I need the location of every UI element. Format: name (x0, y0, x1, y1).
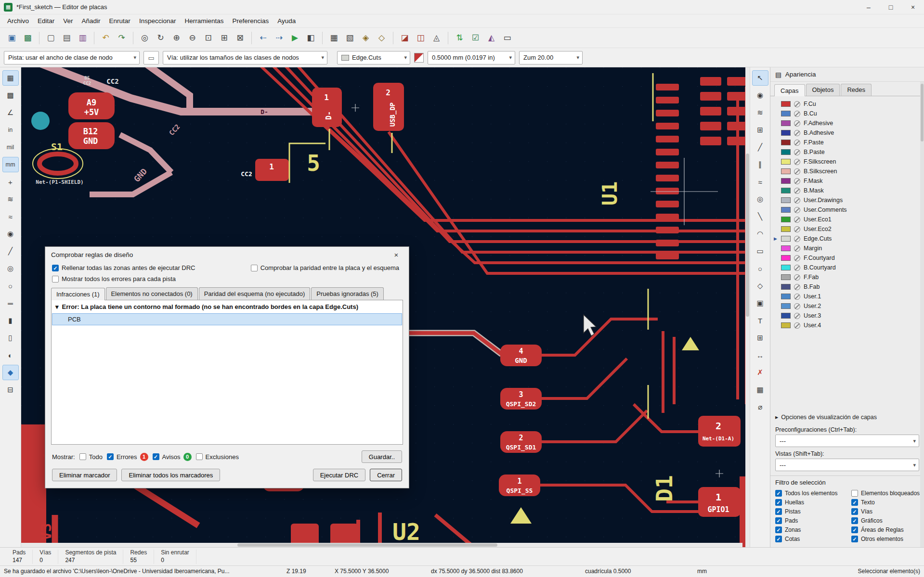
units-mils-icon[interactable]: mil (2, 140, 19, 155)
layer-visibility-icon[interactable] (794, 188, 800, 194)
filter-elementos-bloqueados[interactable]: Elementos bloqueados (851, 490, 920, 497)
layer-color-swatch[interactable] (781, 274, 791, 280)
checkbox-icon[interactable] (775, 526, 782, 533)
layer-color-swatch[interactable] (781, 284, 791, 290)
delete-marker-button[interactable]: Eliminar marcador (52, 469, 117, 481)
appearance-tab-capas[interactable]: Capas (774, 84, 805, 96)
layer-row-f.adhesive[interactable]: F.Adhesive (773, 118, 924, 128)
layer-visibility-icon[interactable] (794, 159, 800, 165)
checkbox-icon[interactable] (775, 499, 782, 506)
close-button[interactable]: × (902, 0, 924, 14)
layer-row-b.paste[interactable]: B.Paste (773, 147, 924, 157)
layer-row-user.drawings[interactable]: User.Drawings (773, 195, 924, 205)
print-icon[interactable]: ▤ (59, 30, 74, 45)
track-sketch-icon[interactable]: ╱ (2, 244, 19, 259)
menu-item-añadir[interactable]: Añadir (78, 15, 105, 26)
via-size-select[interactable]: Vía: utilizar los tamaños de las clases … (163, 51, 327, 64)
show-all-checkbox[interactable]: Todo (79, 453, 103, 461)
unlock-icon[interactable]: ◇ (374, 30, 389, 45)
layer-row-user.comments[interactable]: User.Comments (773, 205, 924, 215)
violations-list[interactable]: ▾ Error: La placa tiene un contorno mal … (51, 300, 403, 445)
zoom-out-icon[interactable]: ⊖ (185, 30, 200, 45)
via-outline-icon[interactable]: ○ (2, 278, 19, 294)
appearance-manager-icon[interactable]: ◆ (2, 365, 19, 380)
board-setup-icon[interactable]: ▩ (20, 30, 35, 45)
arc-tool-icon[interactable]: ◠ (752, 226, 768, 242)
show-warnings-checkbox[interactable]: Avisos 0 (153, 453, 192, 461)
checkbox-icon[interactable] (851, 526, 858, 533)
delete-all-markers-button[interactable]: Eliminar todos los marcadores (121, 469, 220, 481)
save-icon[interactable]: ▣ (4, 30, 19, 45)
layer-visibility-icon[interactable] (794, 197, 800, 204)
menu-item-enrutar[interactable]: Enrutar (105, 15, 135, 26)
footprint-editor-icon[interactable]: ◪ (397, 30, 412, 45)
drc-tab-2[interactable]: Paridad del esquema (no ejecutado) (199, 287, 311, 300)
refill-zones-checkbox[interactable]: Rellenar todas las zonas antes de ejecut… (52, 264, 195, 271)
polygon-tool-icon[interactable]: ◇ (752, 278, 768, 294)
layer-color-swatch[interactable] (781, 188, 791, 193)
filter-otros-elementos[interactable]: Otros elementos (851, 536, 920, 542)
zone-fill-icon[interactable]: ▮ (2, 313, 19, 328)
checkbox-icon[interactable] (196, 453, 203, 460)
filter-pistas[interactable]: Pistas (775, 508, 851, 515)
layer-color-swatch[interactable] (781, 255, 791, 261)
plot-icon[interactable]: ▥ (75, 30, 90, 45)
all-track-errors-checkbox[interactable]: Mostrar todos los errores para cada pist… (52, 275, 176, 282)
views-select[interactable]: --- ▾ (775, 459, 919, 471)
layer-color-swatch[interactable] (781, 197, 791, 203)
layer-row-f.mask[interactable]: F.Mask (773, 176, 924, 186)
layer-visibility-icon[interactable] (794, 284, 800, 290)
layer-color-swatch[interactable] (781, 178, 791, 184)
layer-color-swatch[interactable] (781, 303, 791, 309)
filter-todos-los-elementos[interactable]: Todos los elementos (775, 490, 851, 497)
layer-row-b.courtyard[interactable]: B.Courtyard (773, 263, 924, 272)
layer-visibility-icon[interactable] (794, 265, 800, 271)
layer-color-swatch[interactable] (781, 101, 791, 107)
filter-zonas[interactable]: Zonas (775, 526, 851, 533)
layer-color-swatch[interactable] (781, 217, 791, 222)
refresh-icon[interactable]: ↻ (153, 30, 168, 45)
layer-visibility-icon[interactable] (794, 313, 800, 319)
update-pcb-icon[interactable]: ⇅ (452, 30, 467, 45)
checkbox-icon[interactable] (775, 490, 782, 497)
via-tool-icon[interactable]: ◎ (752, 192, 768, 207)
net-highlight-icon[interactable]: ◉ (2, 226, 19, 242)
checkbox-icon[interactable] (153, 453, 159, 460)
units-inches-icon[interactable]: in (2, 122, 19, 138)
track-outline-icon[interactable]: ═ (2, 295, 19, 311)
layer-visibility-icon[interactable] (794, 140, 800, 146)
drc-tab-3[interactable]: Pruebas ignoradas (5) (311, 287, 384, 300)
local-ratsnest-icon[interactable]: ≋ (752, 105, 768, 120)
filter-vías[interactable]: Vías (851, 508, 920, 515)
footprint-tool-icon[interactable]: ⊞ (752, 122, 768, 138)
show-errors-checkbox[interactable]: Errores 1 (107, 453, 148, 461)
redo-icon[interactable]: ↷ (114, 30, 129, 45)
checkbox-icon[interactable] (107, 453, 114, 460)
layer-color-swatch[interactable] (781, 236, 791, 242)
find-icon[interactable]: ◎ (137, 30, 152, 45)
zoom-objects-icon[interactable]: ⊞ (217, 30, 232, 45)
minimize-button[interactable]: – (858, 0, 880, 14)
layer-visibility-icon[interactable] (794, 274, 800, 281)
layer-color-swatch[interactable] (781, 140, 791, 145)
pad-outline-icon[interactable]: ◎ (2, 261, 19, 276)
checkbox-icon[interactable] (775, 536, 782, 542)
canvas-vscrollbar[interactable] (745, 67, 750, 547)
drc-tab-0[interactable]: Infracciones (1) (51, 288, 105, 300)
checkbox-icon[interactable] (851, 508, 858, 515)
presets-select[interactable]: --- ▾ (775, 435, 919, 447)
layer-color-swatch[interactable] (781, 265, 791, 270)
zoom-select[interactable]: Zum 20.00 ▾ (519, 51, 583, 64)
collapse-arrow-icon[interactable]: ▾ (55, 303, 59, 310)
undo-icon[interactable]: ↶ (98, 30, 113, 45)
layer-visibility-icon[interactable] (794, 255, 800, 261)
layer-color-swatch[interactable] (781, 294, 791, 299)
layer-row-f.paste[interactable]: F.Paste (773, 138, 924, 147)
dialog-close-icon[interactable]: × (390, 251, 403, 259)
zoom-fit-icon[interactable]: ⊡ (201, 30, 216, 45)
filter-huellas[interactable]: Huellas (775, 499, 851, 506)
layer-color-swatch[interactable] (781, 207, 791, 213)
reference-image-icon[interactable]: ▣ (752, 295, 768, 311)
polar-coordinates-icon[interactable]: ∠ (2, 105, 19, 120)
layer-row-edge.cuts[interactable]: Edge.Cuts (773, 234, 924, 244)
